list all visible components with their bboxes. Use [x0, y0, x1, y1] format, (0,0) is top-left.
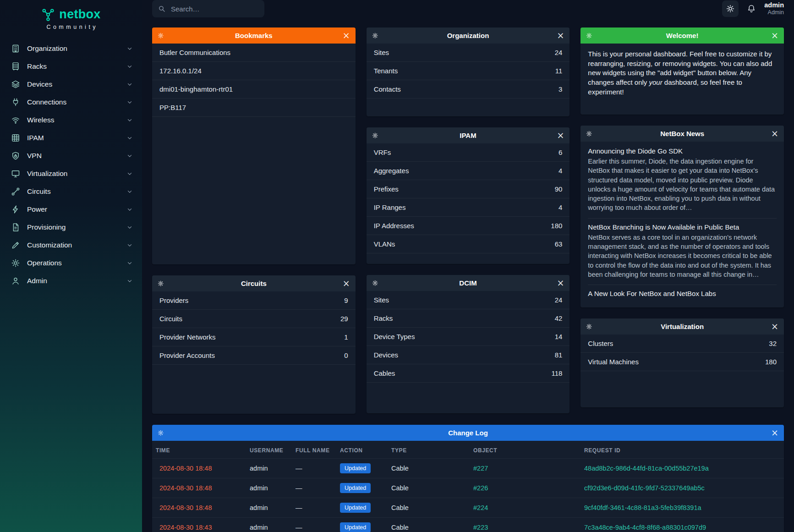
- stat-row[interactable]: Prefixes 90: [367, 180, 570, 198]
- stat-row[interactable]: Devices 81: [367, 346, 570, 364]
- stat-value: 180: [765, 358, 777, 366]
- sidebar-item-label: Admin: [27, 277, 120, 285]
- widget-header: DCIM ×: [367, 275, 570, 291]
- widget-config-button[interactable]: [158, 280, 164, 287]
- column-header: TYPE: [388, 441, 470, 459]
- stat-row[interactable]: IP Ranges 4: [367, 198, 570, 217]
- sidebar-item[interactable]: Customization: [0, 236, 142, 254]
- topbar: admin Admin: [152, 0, 784, 17]
- sidebar-item[interactable]: Wireless: [0, 111, 142, 129]
- time-link[interactable]: 2024-08-30 18:43: [159, 524, 212, 531]
- request-id-link[interactable]: cf92d3e6-d09d-41fc-9fd7-52337649ab5c: [584, 484, 705, 492]
- time-link[interactable]: 2024-08-30 18:48: [159, 484, 212, 492]
- stat-row[interactable]: Tenants 11: [367, 62, 570, 80]
- stat-row[interactable]: Sites 24: [367, 44, 570, 62]
- close-icon[interactable]: ×: [771, 322, 778, 331]
- type-cell: Cable: [388, 478, 470, 498]
- username-cell: admin: [246, 459, 292, 478]
- object-link[interactable]: #227: [473, 465, 488, 472]
- widget-config-button[interactable]: [586, 33, 592, 39]
- bookmark-link[interactable]: dmi01-binghamton-rtr01: [152, 80, 356, 99]
- object-link[interactable]: #223: [473, 524, 488, 531]
- close-icon[interactable]: ×: [557, 279, 564, 287]
- request-id-link[interactable]: 48ad8b2c-986d-44fd-81ca-00d55b27e19a: [584, 465, 709, 472]
- object-link[interactable]: #224: [473, 504, 488, 511]
- sidebar-item[interactable]: Organization: [0, 39, 142, 57]
- close-icon[interactable]: ×: [771, 31, 778, 40]
- widget-config-button[interactable]: [372, 132, 378, 139]
- widget-config-button[interactable]: [158, 430, 164, 436]
- user-menu[interactable]: admin Admin: [764, 1, 784, 16]
- stat-row[interactable]: Providers 9: [152, 291, 356, 310]
- news-body: Earlier this summer, Diode, the data ing…: [588, 157, 777, 213]
- request-id-link[interactable]: 7c3a48ce-9ab4-4cf8-8f68-a88301c097d9: [584, 524, 706, 531]
- building-icon: [11, 44, 20, 53]
- admin-icon: [11, 276, 20, 285]
- close-icon[interactable]: ×: [343, 31, 350, 40]
- stat-row[interactable]: VLANs 63: [367, 235, 570, 253]
- close-icon[interactable]: ×: [771, 129, 778, 138]
- widget-config-button[interactable]: [158, 33, 164, 39]
- widget-config-button[interactable]: [586, 131, 592, 137]
- bookmark-link[interactable]: Butler Communications: [152, 44, 356, 62]
- theme-toggle-button[interactable]: [722, 0, 739, 17]
- stat-row[interactable]: Virtual Machines 180: [580, 353, 784, 371]
- sidebar-item[interactable]: IPAM: [0, 129, 142, 147]
- stat-label: Tenants: [374, 67, 555, 75]
- news-title[interactable]: Announcing the Diode Go SDK: [588, 147, 777, 155]
- search-icon: [158, 5, 165, 12]
- widget-title: Virtualization: [599, 323, 766, 330]
- sidebar-item[interactable]: Admin: [0, 272, 142, 290]
- sidebar-item[interactable]: Provisioning: [0, 218, 142, 236]
- stat-row[interactable]: Clusters 32: [580, 335, 784, 353]
- stat-row[interactable]: Contacts 3: [367, 80, 570, 99]
- search-box: [152, 0, 264, 17]
- news-title[interactable]: NetBox Branching is Now Available in Pub…: [588, 223, 777, 231]
- gear-icon: [586, 33, 592, 39]
- object-link[interactable]: #226: [473, 484, 488, 492]
- stat-row[interactable]: VRFs 6: [367, 143, 570, 162]
- stat-row[interactable]: IP Addresses 180: [367, 217, 570, 235]
- request-id-link[interactable]: 9cf40fdf-3461-4c88-81a3-5feb39f8391a: [584, 504, 701, 511]
- time-link[interactable]: 2024-08-30 18:48: [159, 465, 212, 472]
- stat-row[interactable]: Racks 42: [367, 309, 570, 328]
- bookmark-link[interactable]: 172.16.0.1/24: [152, 62, 356, 80]
- time-link[interactable]: 2024-08-30 18:48: [159, 504, 212, 511]
- sidebar-item[interactable]: Connections: [0, 93, 142, 111]
- notifications-button[interactable]: [747, 4, 756, 13]
- column-header: TIME: [152, 441, 246, 459]
- chevron-down-icon: [126, 99, 133, 105]
- sidebar-item[interactable]: VPN: [0, 147, 142, 165]
- stat-row[interactable]: Sites 24: [367, 291, 570, 309]
- close-icon[interactable]: ×: [771, 428, 778, 437]
- widget-config-button[interactable]: [372, 280, 378, 286]
- stat-row[interactable]: Device Types 14: [367, 328, 570, 346]
- news-title[interactable]: A New Look For NetBox and NetBox Labs: [588, 290, 777, 297]
- sidebar-item[interactable]: Operations: [0, 254, 142, 272]
- sidebar-item[interactable]: Racks: [0, 57, 142, 75]
- close-icon[interactable]: ×: [557, 131, 564, 140]
- stat-row[interactable]: Provider Networks 1: [152, 328, 356, 346]
- sidebar-item[interactable]: Circuits: [0, 182, 142, 200]
- chevron-down-icon: [126, 188, 133, 195]
- bookmark-link[interactable]: PP:B117: [152, 99, 356, 117]
- power-icon: [11, 205, 20, 214]
- user-role: Admin: [764, 9, 784, 16]
- stat-row[interactable]: Cables 118: [367, 364, 570, 383]
- sidebar-item[interactable]: Power: [0, 200, 142, 218]
- close-icon[interactable]: ×: [557, 31, 564, 40]
- widget-config-button[interactable]: [372, 33, 378, 39]
- search-input[interactable]: [170, 5, 263, 13]
- sidebar-item[interactable]: Devices: [0, 75, 142, 93]
- close-icon[interactable]: ×: [343, 279, 350, 288]
- widget-welcome: Welcome! × This is your personal dashboa…: [580, 27, 784, 115]
- stat-row[interactable]: Aggregates 4: [367, 162, 570, 180]
- username-cell: admin: [246, 478, 292, 498]
- stat-value: 24: [555, 296, 563, 304]
- stat-row[interactable]: Circuits 29: [152, 310, 356, 328]
- widget-config-button[interactable]: [586, 324, 592, 330]
- main-content: admin Admin Bookmarks × Butler Communica…: [142, 0, 794, 532]
- sidebar-item[interactable]: Virtualization: [0, 165, 142, 182]
- stat-row[interactable]: Provider Accounts 0: [152, 346, 356, 365]
- brand[interactable]: netbox Community: [0, 7, 142, 30]
